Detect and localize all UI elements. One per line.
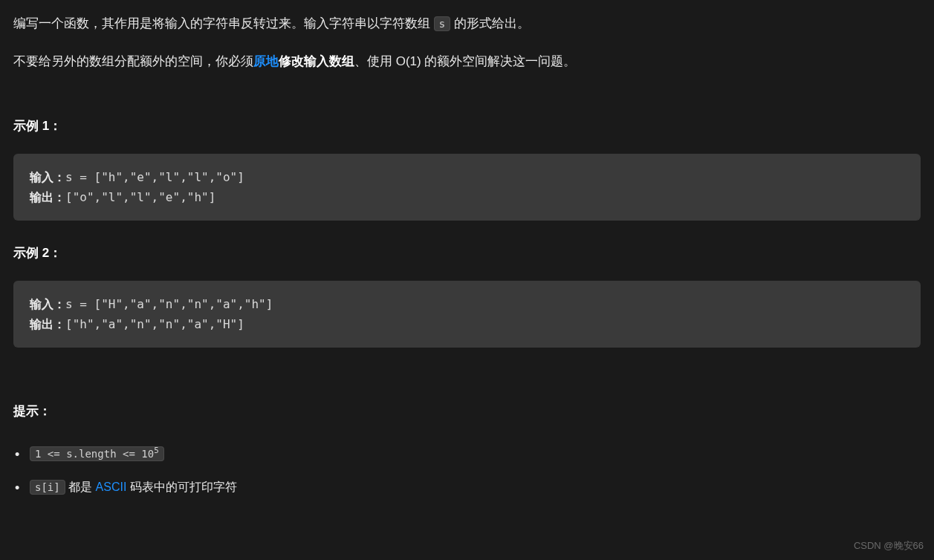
constraint-2-code: s[i]: [30, 480, 65, 495]
constraint-1-sup: 5: [154, 446, 159, 456]
ascii-link[interactable]: ASCII: [96, 481, 127, 493]
input-label: 输入：: [30, 170, 65, 184]
text: 编写一个函数，其作用是将输入的字符串反转过来。输入字符串以字符数组: [13, 16, 434, 30]
bold-text: 修改输入数组: [279, 54, 354, 68]
constraint-1-text: 1 <= s.length <= 10: [35, 448, 154, 460]
output-label: 输出：: [30, 317, 65, 331]
input-value: s = ["h","e","l","l","o"]: [65, 170, 244, 184]
problem-description-p1: 编写一个函数，其作用是将输入的字符串反转过来。输入字符串以字符数组 s 的形式给…: [13, 13, 921, 35]
example1-header: 示例 1：: [13, 116, 921, 137]
text: 都是: [65, 481, 96, 493]
output-value: ["h","a","n","n","a","H"]: [65, 317, 244, 331]
example2-code-block: 输入：s = ["H","a","n","n","a","h"] 输出：["h"…: [13, 281, 921, 348]
example2-header: 示例 2：: [13, 243, 921, 264]
constraints-list: 1 <= s.length <= 105 s[i] 都是 ASCII 码表中的可…: [13, 443, 921, 497]
text: 、使用 O(1) 的额外空间解决这一问题。: [354, 54, 576, 68]
in-place-link[interactable]: 原地: [253, 54, 279, 68]
watermark: CSDN @晚安66: [854, 538, 924, 554]
input-label: 输入：: [30, 297, 65, 311]
constraint-1-code: 1 <= s.length <= 105: [30, 446, 164, 461]
constraint-2: s[i] 都是 ASCII 码表中的可打印字符: [30, 477, 921, 497]
constraint-1: 1 <= s.length <= 105: [30, 443, 921, 463]
example1-code-block: 输入：s = ["h","e","l","l","o"] 输出：["o","l"…: [13, 154, 921, 221]
output-value: ["o","l","l","e","h"]: [65, 190, 215, 204]
text: 码表中的可打印字符: [126, 481, 236, 493]
output-label: 输出：: [30, 190, 65, 204]
inline-code-s: s: [434, 16, 450, 31]
text: 的形式给出。: [450, 16, 530, 30]
input-value: s = ["H","a","n","n","a","h"]: [65, 297, 273, 311]
problem-description-p2: 不要给另外的数组分配额外的空间，你必须原地修改输入数组、使用 O(1) 的额外空…: [13, 51, 921, 73]
hints-header: 提示：: [13, 401, 921, 423]
text: 不要给另外的数组分配额外的空间，你必须: [13, 54, 253, 68]
